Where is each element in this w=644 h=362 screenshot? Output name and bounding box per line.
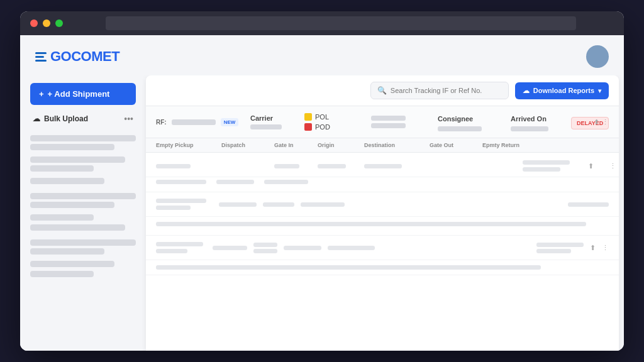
skeleton — [213, 246, 247, 250]
download-label: Download Reports — [533, 87, 594, 94]
col-arrived-on: Arrived On — [511, 112, 567, 131]
col-consignee: Consignee — [438, 112, 507, 131]
search-box[interactable]: 🔍 — [370, 82, 509, 99]
more-options-icon[interactable]: ⋮ — [602, 118, 609, 126]
search-input[interactable] — [391, 87, 502, 94]
consignee-label: Consignee — [438, 115, 473, 123]
skeleton — [156, 265, 541, 270]
skeleton-item — [30, 178, 104, 184]
plus-icon: + — [39, 89, 44, 99]
skeleton — [318, 164, 346, 168]
content-toolbar: 🔍 ☁ Download Reports ▾ — [146, 75, 619, 106]
row-dots-icon[interactable]: ⋮ — [602, 244, 609, 252]
pol-row: POL — [304, 113, 367, 121]
consignee-skeleton — [438, 126, 482, 131]
card-actions[interactable]: ⬆ ⋮ — [594, 118, 609, 126]
bulk-upload-button[interactable]: ☁ Bulk Upload — [33, 114, 88, 123]
cell-action-data — [523, 160, 586, 172]
sidebar: + + Add Shipment ☁ Bulk Upload ••• — [20, 75, 146, 351]
row-share-icon[interactable]: ⬆ — [590, 244, 596, 252]
skeleton — [156, 249, 187, 253]
delayed-badge-cell: DELAYED — [571, 116, 590, 128]
skeleton-item — [30, 248, 104, 255]
skeleton-item — [30, 202, 114, 208]
skeleton — [253, 249, 277, 253]
skeleton-item — [30, 214, 94, 221]
skeleton-item — [30, 193, 136, 199]
cell-origin — [318, 164, 362, 168]
browser-window: GOCOMET + + Add Shipment ☁ Bulk Upload •… — [20, 11, 624, 351]
table-row[interactable]: ⬆ ⋮ — [146, 155, 619, 177]
col-pol-pod: POL POD — [304, 113, 367, 131]
row-dots-icon[interactable]: ⋮ — [609, 162, 619, 170]
col-header-destination: Destination — [364, 142, 427, 148]
skeleton — [536, 243, 584, 247]
skeleton-item — [30, 156, 125, 163]
cell-gate-in — [274, 164, 315, 168]
shipment-card-header: RF: NEW Carrier POL — [146, 106, 619, 138]
bulk-upload-row: ☁ Bulk Upload ••• — [30, 110, 136, 128]
add-shipment-button[interactable]: + + Add Shipment — [30, 83, 136, 105]
col-header-dispatch: Dispatch — [221, 142, 272, 148]
skeleton — [156, 180, 206, 184]
table-body: ⬆ ⋮ — [146, 153, 619, 351]
upload-icon: ☁ — [33, 114, 40, 123]
skeleton-item — [30, 224, 125, 231]
traffic-light-green[interactable] — [55, 19, 63, 27]
avatar[interactable] — [586, 45, 609, 68]
cell-destination — [364, 164, 427, 168]
skeleton — [284, 246, 321, 250]
skeleton — [264, 180, 308, 184]
skeleton — [216, 180, 254, 184]
skeleton — [523, 167, 560, 172]
pod-color-dot — [304, 123, 312, 131]
table-row[interactable] — [146, 260, 619, 275]
new-badge: NEW — [221, 118, 239, 126]
sub-col-headers: Empty Pickup Dispatch Gate In Origin Des… — [146, 138, 619, 153]
col-header-empty-pickup: Empty Pickup — [156, 142, 219, 148]
skeleton — [568, 202, 609, 207]
col-header-origin: Origin — [318, 142, 362, 148]
app-header: GOCOMET — [20, 35, 624, 75]
skeleton — [523, 160, 570, 165]
col-carrier: Carrier — [250, 114, 301, 129]
pod-skeleton — [371, 123, 406, 128]
rf-skeleton — [172, 119, 216, 125]
skeleton — [274, 164, 299, 168]
download-reports-button[interactable]: ☁ Download Reports ▾ — [515, 82, 609, 99]
cloud-icon: ☁ — [523, 87, 530, 95]
address-bar — [106, 16, 576, 30]
logo-area: GOCOMET — [35, 48, 119, 65]
skeleton-item — [30, 135, 136, 141]
logo-comet: COMET — [71, 48, 119, 64]
rf-label: RF: — [156, 119, 167, 126]
search-icon: 🔍 — [377, 86, 387, 95]
table-row[interactable] — [146, 192, 619, 217]
sidebar-skeleton — [30, 135, 136, 277]
arrived-skeleton — [511, 126, 548, 131]
col-header-gate-in: Gate In — [274, 142, 315, 148]
pol-color-dot — [304, 113, 312, 121]
skeleton — [328, 246, 375, 250]
traffic-light-red[interactable] — [30, 19, 38, 27]
logo-go: GO — [50, 48, 71, 64]
content-area: 🔍 ☁ Download Reports ▾ RF: NEW — [146, 75, 619, 351]
skeleton — [219, 202, 257, 207]
carrier-skeleton — [250, 124, 282, 129]
table-row[interactable] — [146, 217, 619, 236]
sub-row — [146, 177, 619, 192]
carrier-label: Carrier — [250, 114, 273, 122]
table-row[interactable]: ⬆ ⋮ — [146, 236, 619, 260]
share-icon[interactable]: ⬆ — [594, 118, 599, 126]
row-share-icon[interactable]: ⬆ — [588, 162, 607, 170]
skeleton — [253, 243, 277, 247]
three-dots-menu[interactable]: ••• — [124, 114, 133, 124]
skeleton-item — [30, 165, 94, 172]
pol-label: POL — [315, 113, 329, 121]
skeleton — [156, 199, 206, 203]
arrived-on-label: Arrived On — [511, 115, 547, 123]
traffic-light-yellow[interactable] — [43, 19, 50, 27]
col-header-empty-return: Epmty Return — [482, 142, 520, 148]
skeleton — [156, 164, 191, 168]
skeleton — [536, 249, 571, 253]
